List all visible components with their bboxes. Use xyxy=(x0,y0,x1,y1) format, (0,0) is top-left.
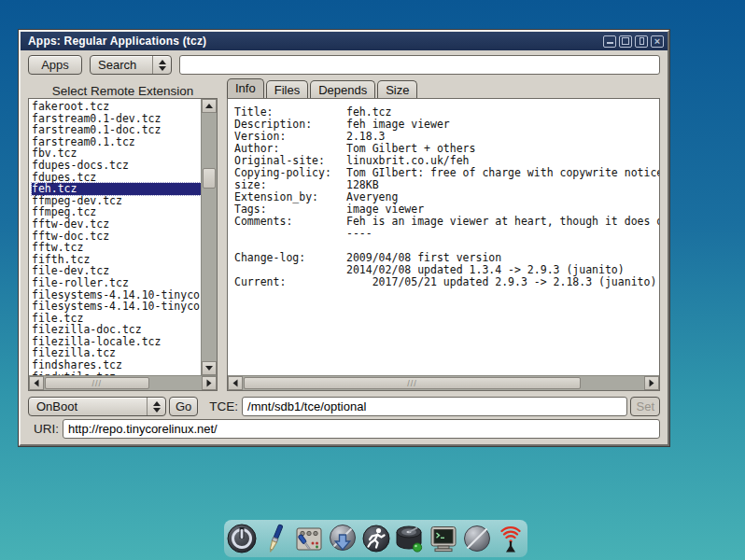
info-value: 2014/02/08 updated 1.3.4 -> 2.9.3 (juani… xyxy=(346,264,659,276)
tab-size[interactable]: Size xyxy=(377,80,417,98)
mount-tool-icon[interactable] xyxy=(394,523,426,554)
extension-list: fakeroot.tczfarstream0.1-dev.tczfarstrea… xyxy=(29,99,201,375)
apps-download-icon[interactable] xyxy=(327,523,358,554)
updown-arrows-icon xyxy=(152,56,171,74)
info-panel: Title:feh.tczDescription:feh image viewe… xyxy=(228,99,659,375)
info-value: image viewer xyxy=(346,203,659,216)
list-header: Select Remote Extension xyxy=(28,84,218,98)
search-mode-dropdown[interactable]: Search xyxy=(90,55,172,75)
uri-row: URI: xyxy=(21,419,668,439)
tab-depends[interactable]: Depends xyxy=(310,80,375,98)
maximize-icon xyxy=(622,37,629,45)
terminal-icon[interactable] xyxy=(428,523,459,554)
info-horizontal-scrollbar[interactable]: /// xyxy=(228,375,659,390)
bottom-controls: OnBoot Go TCE: Set xyxy=(21,397,668,416)
scroll-right-button[interactable] xyxy=(644,376,659,390)
scroll-left-button[interactable] xyxy=(29,376,44,390)
updown-arrows-icon xyxy=(147,398,165,415)
network-globe-icon[interactable] xyxy=(461,523,493,554)
scroll-thumb[interactable]: /// xyxy=(244,377,581,389)
info-value: 2009/04/08 first version xyxy=(346,252,659,264)
down-arrow-icon xyxy=(159,66,166,71)
right-arrow-icon xyxy=(207,380,212,387)
toolbar: Apps Search xyxy=(21,50,668,77)
restore-icon xyxy=(640,37,644,45)
scroll-track[interactable]: /// xyxy=(44,376,202,390)
tab-label: Info xyxy=(235,81,256,95)
up-arrow-icon xyxy=(159,60,166,64)
window-controls: × xyxy=(603,35,664,48)
apps-window: Apps: Regular Applications (tcz) × Apps … xyxy=(19,30,669,446)
search-input[interactable] xyxy=(179,55,660,75)
info-row: Description:feh image viewer xyxy=(234,119,659,131)
info-row: Extension_by:Averyeng xyxy=(234,191,659,203)
extension-list-container: fakeroot.tczfarstream0.1-dev.tczfarstrea… xyxy=(28,98,218,391)
apps-menu-button[interactable]: Apps xyxy=(28,55,82,75)
onboot-dropdown[interactable]: OnBoot xyxy=(28,397,166,416)
tce-path-input[interactable] xyxy=(242,397,627,416)
tab-label: Size xyxy=(386,83,409,97)
info-row: 2014/02/08 updated 1.3.4 -> 2.9.3 (juani… xyxy=(234,264,659,276)
window-titlebar[interactable]: Apps: Regular Applications (tcz) × xyxy=(21,32,668,50)
scroll-track[interactable] xyxy=(202,113,217,361)
info-value xyxy=(346,240,659,252)
list-vertical-scrollbar[interactable] xyxy=(201,99,217,375)
info-label: Comments: xyxy=(234,216,346,228)
maximize-button[interactable] xyxy=(619,35,632,48)
main-content: fakeroot.tczfarstream0.1-dev.tczfarstrea… xyxy=(21,98,668,391)
down-arrow-icon xyxy=(153,408,161,413)
close-button[interactable]: × xyxy=(651,35,664,48)
onboot-label: OnBoot xyxy=(29,398,147,415)
list-horizontal-scrollbar[interactable]: /// xyxy=(29,375,217,390)
power-icon[interactable] xyxy=(226,523,258,554)
info-value: linuxbrit.co.uk/feh xyxy=(346,155,659,167)
left-arrow-icon xyxy=(35,380,39,387)
scroll-up-button[interactable] xyxy=(202,99,217,113)
up-arrow-icon xyxy=(153,401,161,406)
info-row: Current: 2017/05/21 updated 2.9.3 -> 2.1… xyxy=(234,276,659,288)
info-value: 2.18.3 xyxy=(346,131,659,143)
info-panel-container: Title:feh.tczDescription:feh image viewe… xyxy=(227,98,660,391)
info-value: feh.tcz xyxy=(346,106,659,119)
desktop: Apps: Regular Applications (tcz) × Apps … xyxy=(0,0,745,560)
wifi-icon[interactable] xyxy=(495,523,527,554)
info-value: Tom Gilbert + others xyxy=(346,143,659,155)
go-button[interactable]: Go xyxy=(169,397,198,416)
up-arrow-icon xyxy=(205,104,213,108)
right-arrow-icon xyxy=(650,380,654,387)
uri-label: URI: xyxy=(34,422,59,436)
info-row: Copying-policy:Tom GIlbert: free of char… xyxy=(234,167,659,179)
scroll-down-button[interactable] xyxy=(202,361,217,375)
run-icon[interactable] xyxy=(360,523,392,554)
scroll-left-button[interactable] xyxy=(228,376,243,390)
info-label: Change-log: xyxy=(234,252,346,264)
tce-label: TCE: xyxy=(209,399,238,413)
tab-label: Files xyxy=(274,83,300,97)
scroll-right-button[interactable] xyxy=(202,376,217,390)
uri-input[interactable] xyxy=(63,419,660,439)
info-value: feh image viewer xyxy=(346,119,659,131)
subheader: Select Remote Extension InfoFilesDepends… xyxy=(21,77,668,98)
tab-files[interactable]: Files xyxy=(266,80,308,98)
info-tabs: InfoFilesDependsSize xyxy=(227,78,419,98)
window-title: Apps: Regular Applications (tcz) xyxy=(28,35,603,48)
restore-button[interactable] xyxy=(635,35,648,48)
info-value: Averyeng xyxy=(346,191,659,203)
dock xyxy=(224,520,527,557)
info-row: Version:2.18.3 xyxy=(234,131,659,143)
scroll-thumb[interactable]: /// xyxy=(45,377,149,389)
control-panel-icon[interactable] xyxy=(293,523,325,554)
scroll-track[interactable]: /// xyxy=(243,376,644,390)
info-value: Feh is an image viewer at heart, though … xyxy=(346,216,659,228)
info-label xyxy=(234,228,346,240)
minimize-button[interactable] xyxy=(603,35,616,48)
info-row: Change-log:2009/04/08 first version xyxy=(234,252,659,264)
minimize-icon xyxy=(607,39,613,44)
close-icon: × xyxy=(654,36,660,47)
scroll-thumb[interactable] xyxy=(203,168,216,189)
left-arrow-icon xyxy=(233,380,238,387)
set-button[interactable]: Set xyxy=(630,397,660,416)
paintbrush-icon[interactable] xyxy=(260,523,291,554)
tab-info[interactable]: Info xyxy=(227,78,264,98)
info-value: 2017/05/21 updated 2.9.3 -> 2.18.3 (juan… xyxy=(346,276,659,288)
